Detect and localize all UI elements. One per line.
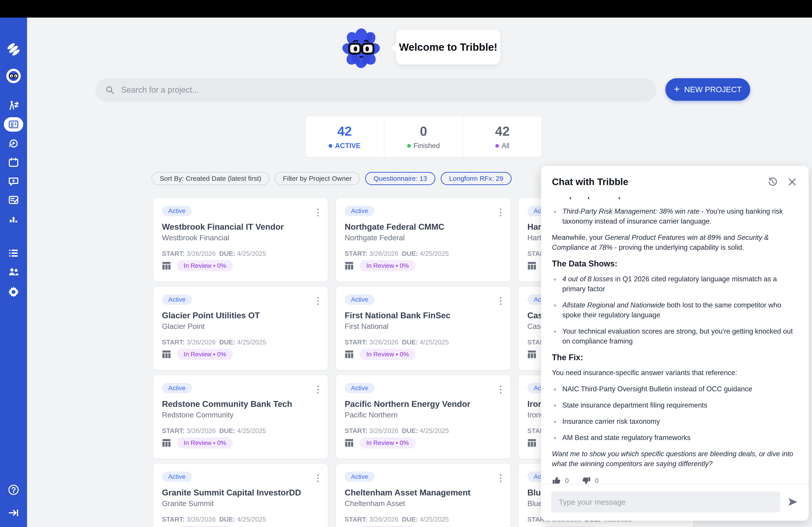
- stat-finished[interactable]: 0 Finished: [384, 116, 463, 157]
- project-card[interactable]: ActiveGranite Summit Capital InvestorDDG…: [154, 464, 328, 527]
- chat-history-button[interactable]: [766, 175, 780, 189]
- longform-rfx-chip[interactable]: Longform RFx: 29: [441, 172, 511, 185]
- project-card[interactable]: ActiveGlacier Point Utilities OTGlacier …: [154, 287, 328, 370]
- project-subtitle: Cheltenham Asset: [345, 499, 502, 508]
- people-icon[interactable]: [0, 267, 27, 278]
- search-icon: [105, 85, 115, 95]
- table-icon: [527, 261, 536, 270]
- chat-messages[interactable]: Third-Party Risk Management: 38% win rat…: [541, 191, 809, 484]
- thumbs-up-button[interactable]: [552, 476, 561, 484]
- chat-bullet: AM Best and state regulatory frameworks: [552, 433, 798, 443]
- card-menu-icon[interactable]: [316, 384, 320, 395]
- chat-message-input[interactable]: [551, 492, 780, 513]
- project-title: First National Bank FinSec: [345, 311, 502, 320]
- status-badge: Active: [162, 383, 192, 393]
- tribble-mascot: [341, 28, 381, 69]
- stat-active-label: ACTIVE: [335, 142, 361, 150]
- project-search: [96, 78, 656, 102]
- card-menu-icon[interactable]: [498, 207, 503, 218]
- new-project-button[interactable]: + NEW PROJECT: [665, 78, 750, 101]
- chat-paragraph: Meanwhile, your General Product Features…: [552, 232, 798, 253]
- handover-icon[interactable]: [0, 100, 27, 111]
- card-menu-icon[interactable]: [498, 473, 503, 483]
- project-title: Pacific Northern Energy Vendor: [345, 399, 502, 409]
- table-icon: [345, 439, 354, 447]
- project-dates: START: 3/26/2026DUE: 4/25/2025: [162, 250, 319, 257]
- card-menu-icon[interactable]: [316, 296, 320, 306]
- project-card[interactable]: ActiveWestbrook Financial IT VendorWestb…: [154, 198, 328, 282]
- chat-bullet: Insurance carrier risk taxonomy: [552, 417, 798, 426]
- project-subtitle: Pacific Northern: [345, 410, 502, 420]
- review-progress-badge: In Review • 0%: [177, 260, 233, 271]
- survey-check-icon[interactable]: [0, 194, 27, 206]
- stat-all[interactable]: 42 All: [463, 116, 541, 157]
- chat-sparkle-icon[interactable]: [0, 176, 27, 187]
- card-menu-icon[interactable]: [316, 473, 320, 483]
- sidebar-item-projects-active[interactable]: [4, 117, 23, 132]
- welcome-text: Welcome to Tribble!: [399, 41, 497, 53]
- chat-bullet: Your technical evaluation scores are str…: [552, 326, 798, 346]
- filter-owner-chip[interactable]: Filter by Project Owner: [275, 172, 360, 185]
- chat-bullet: Allstate Regional and Nationwide both lo…: [552, 300, 798, 320]
- chat-fix-intro: You need insurance-specific answer varia…: [552, 368, 798, 378]
- chat-heading-data: The Data Shows:: [552, 259, 798, 269]
- project-title: Cheltenham Asset Management: [345, 488, 502, 498]
- project-dates: START: 3/26/2026DUE: 4/25/2025: [345, 250, 502, 257]
- chat-data-list: 4 out of 8 losses in Q1 2026 cited regul…: [552, 274, 798, 346]
- review-progress-badge: In Review • 0%: [360, 349, 416, 360]
- stat-finished-value: 0: [420, 123, 427, 139]
- project-card[interactable]: ActivePacific Northern Energy VendorPaci…: [336, 375, 510, 459]
- sync-sparkle-icon[interactable]: [0, 137, 27, 149]
- chat-heading-fix: The Fix:: [552, 352, 798, 362]
- card-menu-icon[interactable]: [316, 207, 320, 218]
- project-subtitle: First National: [345, 322, 502, 331]
- feedback-row: 0 0: [552, 476, 798, 484]
- all-dot: [495, 144, 499, 148]
- settings-gear-icon[interactable]: [0, 286, 27, 297]
- review-progress-badge: In Review • 0%: [360, 437, 416, 449]
- tribble-logo-icon: [0, 42, 27, 57]
- thumbs-up-count: 0: [565, 476, 569, 484]
- project-subtitle: Westbrook Financial: [162, 233, 319, 242]
- project-card[interactable]: ActiveNorthgate Federal CMMCNorthgate Fe…: [336, 198, 510, 282]
- stat-active[interactable]: 42 ACTIVE: [305, 116, 384, 157]
- stat-all-label: All: [502, 142, 509, 150]
- questionnaire-chip[interactable]: Questionnaire: 13: [365, 172, 435, 185]
- project-card[interactable]: ActiveFirst National Bank FinSecFirst Na…: [336, 287, 510, 370]
- project-title: Northgate Federal CMMC: [345, 222, 502, 232]
- status-badge: Active: [162, 206, 192, 216]
- table-icon: [162, 439, 171, 447]
- table-icon: [527, 350, 536, 359]
- clipped-message-line: [562, 197, 798, 201]
- project-title: Westbrook Financial IT Vendor: [162, 222, 319, 232]
- help-icon[interactable]: [0, 484, 27, 496]
- project-card[interactable]: ActiveRedstone Community Bank TechRedsto…: [154, 375, 328, 459]
- status-badge: Active: [162, 295, 192, 305]
- app-screen: TK: [0, 0, 812, 527]
- review-progress-badge: In Review • 0%: [177, 437, 233, 449]
- chat-close-button[interactable]: [786, 175, 799, 189]
- card-menu-icon[interactable]: [498, 296, 503, 306]
- card-menu-icon[interactable]: [498, 384, 503, 395]
- project-card[interactable]: ActiveCheltenham Asset ManagementChelten…: [336, 464, 510, 527]
- project-subtitle: Granite Summit: [162, 499, 319, 508]
- sign-out-icon[interactable]: [0, 507, 27, 518]
- calendar-icon[interactable]: [0, 157, 27, 168]
- status-badge: Active: [345, 295, 374, 305]
- search-input[interactable]: [121, 85, 618, 95]
- chat-fix-list: NAIC Third-Party Oversight Bulletin inst…: [552, 384, 798, 443]
- sort-by-chip[interactable]: Sort By: Created Date (latest first): [151, 172, 269, 185]
- project-stats-card: 42 ACTIVE 0 Finished 42 All: [305, 116, 542, 157]
- review-progress-badge: In Review • 0%: [177, 526, 233, 527]
- sidebar: TK: [0, 18, 27, 527]
- welcome-bubble: Welcome to Tribble!: [396, 30, 500, 64]
- list-menu-icon[interactable]: [0, 247, 27, 259]
- bar-chart-icon[interactable]: [0, 214, 27, 225]
- review-progress-badge: In Review • 0%: [360, 260, 416, 271]
- send-message-button[interactable]: [786, 495, 800, 509]
- chat-bullet: 4 out of 8 losses in Q1 2026 cited regul…: [552, 274, 798, 294]
- stat-finished-label: Finished: [414, 142, 440, 150]
- tribble-avatar-icon[interactable]: [6, 69, 21, 83]
- thumbs-down-button[interactable]: [582, 476, 591, 484]
- filter-bar: Sort By: Created Date (latest first) Fil…: [151, 172, 511, 185]
